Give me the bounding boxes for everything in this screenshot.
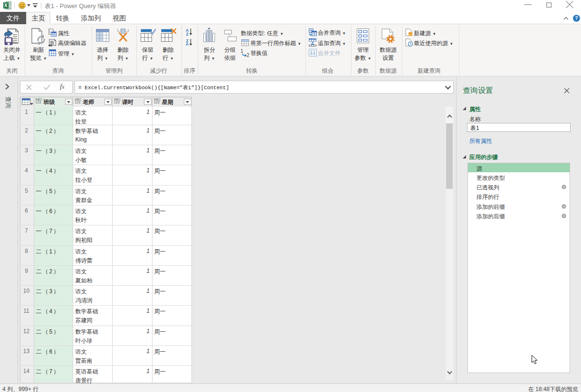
svg-text:?: ? [575,15,578,21]
svg-text:2: 2 [247,53,249,57]
svg-text:1: 1 [240,48,243,54]
svg-text:X: X [4,3,8,8]
svg-text:Z: Z [186,32,188,37]
svg-text:A: A [186,42,189,46]
